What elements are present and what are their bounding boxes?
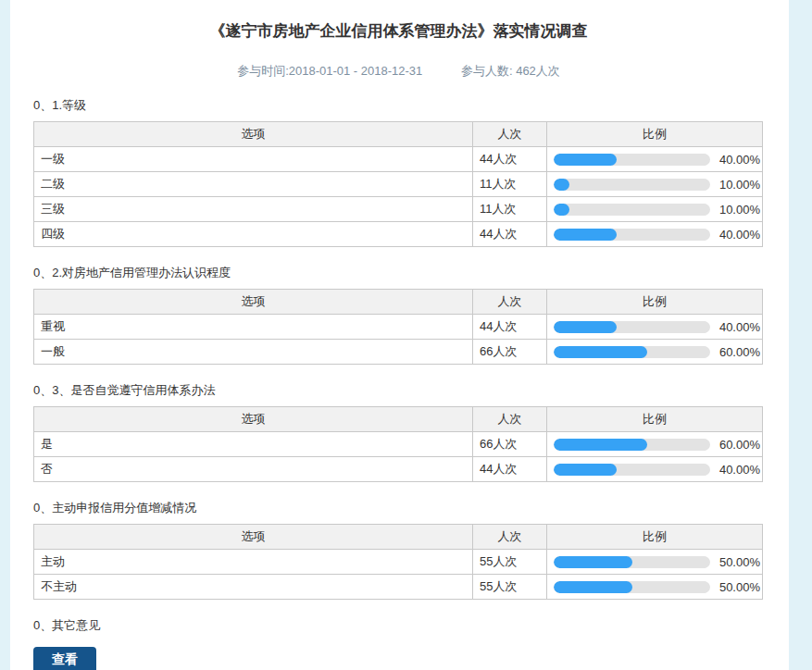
ratio-cell: 10.00% xyxy=(547,197,763,222)
ratio-header: 比例 xyxy=(547,290,763,315)
question-title: 0、1.等级 xyxy=(33,97,764,114)
survey-meta: 参与时间:2018-01-01 - 2018-12-31 参与人数: 462人次 xyxy=(33,63,764,80)
table-row: 三级 11人次 10.00% xyxy=(34,197,763,222)
ratio-cell: 50.00% xyxy=(547,575,763,600)
ratio-percent: 40.00% xyxy=(715,463,760,477)
ratio-bar-track xyxy=(554,179,710,191)
ratio-bar-fill xyxy=(554,439,647,451)
question-section-4: 0、主动申报信用分值增减情况 选项 人次 比例 主动 55人次 50.00% 不… xyxy=(33,500,764,600)
question-title: 0、其它意见 xyxy=(33,617,764,634)
question-section-2: 0、2.对房地产信用管理办法认识程度 选项 人次 比例 重视 44人次 40.0… xyxy=(33,265,764,365)
option-cell: 一般 xyxy=(34,340,473,365)
ratio-percent: 40.00% xyxy=(715,153,760,167)
ratio-percent: 40.00% xyxy=(715,320,760,334)
count-header: 人次 xyxy=(473,407,547,432)
table-row: 主动 55人次 50.00% xyxy=(34,550,763,575)
ratio-bar-track xyxy=(554,154,710,166)
option-header: 选项 xyxy=(34,407,473,432)
ratio-bar-track xyxy=(554,321,710,333)
ratio-bar-fill xyxy=(554,346,647,358)
option-cell: 主动 xyxy=(34,550,473,575)
option-cell: 重视 xyxy=(34,315,473,340)
ratio-bar-fill xyxy=(554,179,569,191)
question-title: 0、2.对房地产信用管理办法认识程度 xyxy=(33,265,764,281)
question-section-1: 0、1.等级 选项 人次 比例 一级 44人次 40.00% 二级 11人次 xyxy=(33,97,764,247)
table-header-row: 选项 人次 比例 xyxy=(34,407,763,432)
view-button[interactable]: 查看 xyxy=(33,647,96,670)
table-row: 一级 44人次 40.00% xyxy=(34,147,763,172)
option-cell: 二级 xyxy=(34,172,473,197)
ratio-cell: 40.00% xyxy=(547,147,763,172)
survey-results-page: 《遂宁市房地产企业信用体系管理办法》落实情况调查 参与时间:2018-01-01… xyxy=(10,0,789,670)
count-header: 人次 xyxy=(473,525,547,550)
table-row: 否 44人次 40.00% xyxy=(34,457,763,482)
count-cell: 11人次 xyxy=(473,172,547,197)
table-row: 四级 44人次 40.00% xyxy=(34,222,763,247)
ratio-percent: 60.00% xyxy=(715,345,760,359)
option-cell: 四级 xyxy=(34,222,473,247)
ratio-header: 比例 xyxy=(547,525,763,550)
count-cell: 66人次 xyxy=(473,432,547,457)
page-title: 《遂宁市房地产企业信用体系管理办法》落实情况调查 xyxy=(33,20,764,42)
count-cell: 55人次 xyxy=(473,575,547,600)
ratio-bar-track xyxy=(554,204,710,216)
ratio-bar-fill xyxy=(554,321,617,333)
question-table: 选项 人次 比例 主动 55人次 50.00% 不主动 55人次 xyxy=(33,524,763,600)
question-table: 选项 人次 比例 一级 44人次 40.00% 二级 11人次 xyxy=(33,121,763,247)
ratio-bar-fill xyxy=(554,229,617,241)
ratio-percent: 10.00% xyxy=(715,178,760,192)
ratio-cell: 60.00% xyxy=(547,432,763,457)
count-header: 人次 xyxy=(473,122,547,147)
ratio-bar-fill xyxy=(554,204,569,216)
participant-count: 参与人数: 462人次 xyxy=(461,63,560,80)
table-header-row: 选项 人次 比例 xyxy=(34,290,763,315)
question-table: 选项 人次 比例 重视 44人次 40.00% 一般 66人次 xyxy=(33,289,763,365)
ratio-percent: 10.00% xyxy=(715,203,760,217)
ratio-cell: 60.00% xyxy=(547,340,763,365)
count-cell: 44人次 xyxy=(473,222,547,247)
ratio-bar-track xyxy=(554,556,710,568)
table-row: 一般 66人次 60.00% xyxy=(34,340,763,365)
question-section-5: 0、其它意见 查看 xyxy=(33,617,764,670)
ratio-bar-track xyxy=(554,464,710,476)
ratio-cell: 40.00% xyxy=(547,315,763,340)
table-header-row: 选项 人次 比例 xyxy=(34,525,763,550)
option-cell: 不主动 xyxy=(34,575,473,600)
option-header: 选项 xyxy=(34,525,473,550)
option-cell: 一级 xyxy=(34,147,473,172)
option-header: 选项 xyxy=(34,122,473,147)
ratio-bar-track xyxy=(554,581,710,593)
ratio-percent: 60.00% xyxy=(715,438,760,452)
ratio-bar-fill xyxy=(554,556,632,568)
ratio-header: 比例 xyxy=(547,407,763,432)
ratio-bar-fill xyxy=(554,581,632,593)
ratio-percent: 40.00% xyxy=(715,228,760,242)
count-cell: 55人次 xyxy=(473,550,547,575)
table-row: 是 66人次 60.00% xyxy=(34,432,763,457)
option-cell: 三级 xyxy=(34,197,473,222)
participation-time: 参与时间:2018-01-01 - 2018-12-31 xyxy=(237,63,422,80)
table-row: 二级 11人次 10.00% xyxy=(34,172,763,197)
count-cell: 11人次 xyxy=(473,197,547,222)
table-header-row: 选项 人次 比例 xyxy=(34,122,763,147)
ratio-cell: 10.00% xyxy=(547,172,763,197)
count-cell: 44人次 xyxy=(473,315,547,340)
ratio-percent: 50.00% xyxy=(715,580,760,594)
ratio-percent: 50.00% xyxy=(715,555,760,569)
count-header: 人次 xyxy=(473,290,547,315)
ratio-bar-track xyxy=(554,346,710,358)
count-cell: 44人次 xyxy=(473,147,547,172)
count-cell: 44人次 xyxy=(473,457,547,482)
ratio-cell: 50.00% xyxy=(547,550,763,575)
question-title: 0、主动申报信用分值增减情况 xyxy=(33,500,764,516)
option-header: 选项 xyxy=(34,290,473,315)
ratio-bar-fill xyxy=(554,154,617,166)
option-cell: 否 xyxy=(34,457,473,482)
question-section-3: 0、3、是否自觉遵守信用体系办法 选项 人次 比例 是 66人次 60.00% … xyxy=(33,382,764,482)
ratio-bar-track xyxy=(554,229,710,241)
question-table: 选项 人次 比例 是 66人次 60.00% 否 44人次 xyxy=(33,406,763,482)
question-title: 0、3、是否自觉遵守信用体系办法 xyxy=(33,382,764,399)
table-row: 重视 44人次 40.00% xyxy=(34,315,763,340)
ratio-cell: 40.00% xyxy=(547,222,763,247)
ratio-header: 比例 xyxy=(547,122,763,147)
